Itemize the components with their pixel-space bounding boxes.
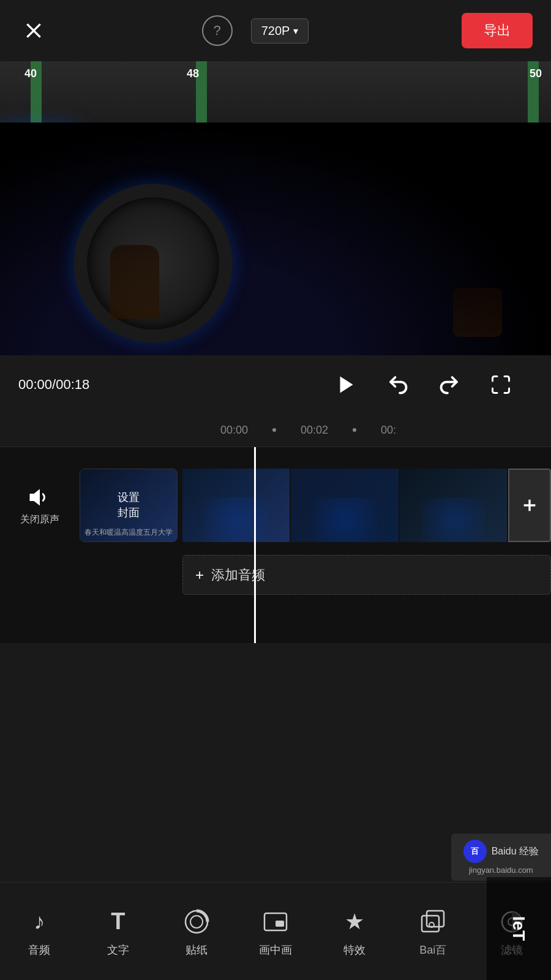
close-button[interactable] <box>18 15 49 46</box>
ruler-mark-2: 00: <box>381 424 396 437</box>
album-icon <box>417 906 449 938</box>
playhead <box>254 447 256 643</box>
undo-button[interactable] <box>384 371 411 398</box>
play-button[interactable] <box>333 371 360 398</box>
add-audio-plus-icon: + <box>195 567 204 584</box>
film-frame-2 <box>291 469 399 542</box>
toolbar-item-text[interactable]: T 文字 <box>79 906 158 957</box>
export-button[interactable]: 导出 <box>462 13 533 48</box>
track-container: 关闭原声 设置封面 春天和暖温高温度五月大学 <box>0 447 551 643</box>
baidu-text: Baidu 经验 <box>492 845 539 858</box>
car-interior-scene: 40 48 50 17 ⚡ <box>0 61 551 355</box>
video-preview: 40 48 50 17 ⚡ <box>0 61 551 355</box>
baidu-logo-area: 百 Baidu 经验 <box>463 840 539 863</box>
mute-area: 关闭原声 <box>0 485 80 526</box>
iet-watermark-text: IeT <box>509 916 529 941</box>
timeline-ruler: 00:00 00:02 00: <box>0 413 551 447</box>
toolbar-item-pip[interactable]: 画中画 <box>236 906 315 957</box>
toolbar-label-album: Bai百 <box>419 943 446 957</box>
toolbar-item-effects[interactable]: ★ 特效 <box>315 906 394 957</box>
mute-button[interactable] <box>28 485 52 510</box>
text-icon: T <box>102 906 134 938</box>
film-frame-1 <box>182 469 291 542</box>
bottom-toolbar: ♪ 音频 T 文字 贴纸 画中画 ★ 特效 Bai百 <box>0 882 551 980</box>
ruler-dot-1 <box>353 428 356 432</box>
timeline-area: 关闭原声 设置封面 春天和暖温高温度五月大学 <box>0 447 551 643</box>
baidu-watermark: 百 Baidu 经验 jingyan.baidu.com <box>451 834 551 881</box>
audio-track[interactable]: + 添加音频 <box>182 555 551 595</box>
svg-rect-10 <box>422 916 439 932</box>
toolbar-label-pip: 画中画 <box>259 943 292 957</box>
help-icon: ? <box>214 23 221 39</box>
baidu-url: jingyan.baidu.com <box>469 865 533 875</box>
header-center: ? 720P ▾ <box>202 15 309 46</box>
steering-area <box>0 123 551 355</box>
time-display: 00:00/00:18 <box>18 377 333 393</box>
redo-button[interactable] <box>436 371 463 398</box>
audio-icon: ♪ <box>23 906 55 938</box>
cover-subtitle: 春天和暖温高温度五月大学 <box>80 527 177 538</box>
toolbar-label-audio: 音频 <box>28 943 50 957</box>
sticker-icon <box>181 906 212 938</box>
mute-label: 关闭原声 <box>20 513 59 526</box>
hand-left <box>110 245 159 318</box>
video-background: 40 48 50 17 ⚡ <box>0 61 551 355</box>
toolbar-label-effects: 特效 <box>343 943 365 957</box>
iet-watermark: IeT <box>487 877 551 980</box>
chevron-down-icon: ▾ <box>293 25 298 37</box>
pillar-label-50: 50 <box>530 67 542 80</box>
cover-text: 设置封面 <box>118 490 140 521</box>
add-audio-label: 添加音频 <box>211 566 265 584</box>
resolution-label: 720P <box>261 24 290 38</box>
fullscreen-button[interactable] <box>487 371 514 398</box>
cover-thumbnail[interactable]: 设置封面 春天和暖温高温度五月大学 <box>80 469 178 542</box>
resolution-button[interactable]: 720P ▾ <box>251 18 309 43</box>
svg-marker-3 <box>31 491 39 503</box>
ruler-mark-0: 00:00 <box>220 424 248 437</box>
main-video-track: 关闭原声 设置封面 春天和暖温高温度五月大学 <box>0 466 551 545</box>
toolbar-label-sticker: 贴纸 <box>186 943 208 957</box>
film-frame-3 <box>400 469 508 542</box>
ruler-dot-0 <box>272 428 276 432</box>
toolbar-item-album[interactable]: Bai百 <box>394 906 473 957</box>
toolbar-item-audio[interactable]: ♪ 音频 <box>0 906 79 957</box>
svg-marker-2 <box>340 376 353 393</box>
video-filmstrip[interactable] <box>182 469 551 542</box>
ruler-mark-1: 00:02 <box>301 424 328 437</box>
hand-right <box>453 288 502 337</box>
help-button[interactable]: ? <box>202 15 233 46</box>
toolbar-label-text: 文字 <box>107 943 129 957</box>
pip-icon <box>260 906 291 938</box>
control-buttons <box>333 371 514 398</box>
add-clip-button[interactable] <box>508 469 551 542</box>
effects-icon: ★ <box>339 906 370 938</box>
header: ? 720P ▾ 导出 <box>0 0 551 61</box>
pillar-label-40: 40 <box>24 67 37 80</box>
svg-rect-9 <box>276 921 284 927</box>
baidu-icon: 百 <box>463 840 487 863</box>
toolbar-item-sticker[interactable]: 贴纸 <box>157 906 236 957</box>
pillar-label-48: 48 <box>187 67 199 80</box>
playback-controls: 00:00/00:18 <box>0 355 551 413</box>
svg-point-7 <box>190 916 203 928</box>
